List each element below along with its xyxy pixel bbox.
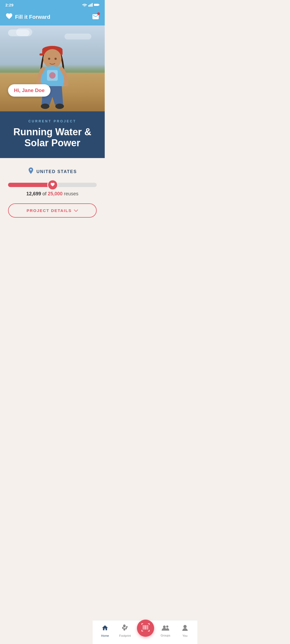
progress-bar-container	[8, 183, 97, 187]
svg-point-16	[63, 82, 68, 86]
progress-heart-indicator	[47, 180, 58, 190]
svg-rect-0	[88, 5, 89, 6]
logo-heart-icon	[5, 12, 13, 21]
svg-point-18	[55, 104, 64, 109]
status-icons	[82, 3, 99, 7]
reuses-label: reuses	[64, 191, 78, 196]
greeting-text: Hi, Jane Doe	[14, 87, 45, 93]
svg-point-14	[49, 72, 56, 79]
child-figure	[28, 35, 77, 111]
svg-rect-2	[91, 4, 92, 7]
location-text: UNITED STATES	[37, 169, 77, 174]
svg-point-11	[48, 58, 50, 60]
notification-button[interactable]	[92, 13, 99, 21]
battery-icon	[94, 3, 99, 6]
hero-image: Hi, Jane Doe	[0, 25, 105, 111]
notification-badge	[97, 12, 100, 15]
svg-rect-1	[89, 5, 90, 7]
reuses-current: 12,699	[26, 191, 41, 196]
current-project-label: CURRENT PROJECT	[5, 119, 99, 123]
svg-rect-3	[92, 3, 93, 6]
svg-rect-6	[99, 4, 99, 5]
chevron-down-icon	[74, 208, 78, 213]
project-details-label: PROJECT DETAILS	[27, 208, 72, 213]
logo: Fill it Forward	[5, 12, 50, 21]
project-section: CURRENT PROJECT Running Water & Solar Po…	[0, 111, 105, 158]
svg-point-10	[43, 49, 61, 68]
svg-point-12	[55, 58, 57, 60]
wifi-icon	[82, 3, 87, 7]
greeting-bubble: Hi, Jane Doe	[8, 84, 50, 97]
status-time: 2:29	[5, 3, 13, 7]
signal-icon	[88, 3, 93, 7]
project-title: Running Water & Solar Power	[5, 126, 99, 149]
svg-rect-5	[94, 4, 97, 6]
reuses-of: of	[42, 191, 46, 196]
reuses-count: 12,699 of 25,000 reuses	[8, 191, 97, 197]
content-area: UNITED STATES 12,699 of 25,000 reuses PR…	[0, 158, 105, 227]
nav-spacer	[0, 227, 105, 251]
location-row: UNITED STATES	[8, 167, 97, 176]
status-bar: 2:29	[0, 0, 105, 10]
project-details-button[interactable]: PROJECT DETAILS	[8, 203, 97, 218]
svg-point-17	[41, 104, 49, 109]
logo-text: Fill it Forward	[15, 14, 50, 20]
location-icon	[28, 167, 34, 176]
progress-fill	[8, 183, 53, 187]
app-header: Fill it Forward	[0, 10, 105, 25]
reuses-total: 25,000	[48, 191, 63, 196]
svg-rect-9	[39, 53, 44, 56]
heart-icon	[50, 182, 55, 187]
